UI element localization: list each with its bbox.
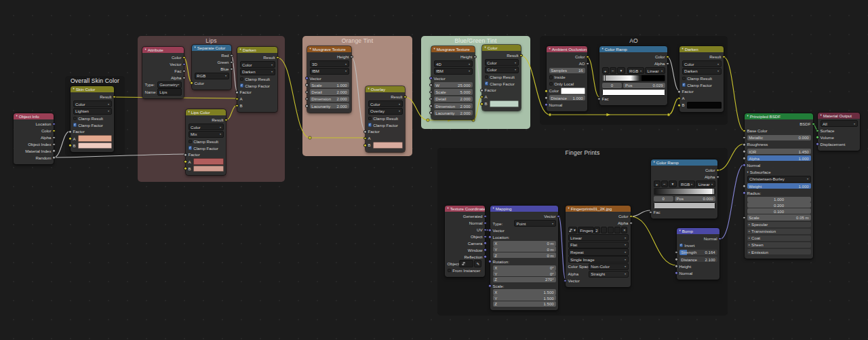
b-color-swatch[interactable] <box>78 143 112 149</box>
color-ramp-gradient[interactable] <box>602 75 665 82</box>
clamp-factor-checkbox[interactable]: ✓ <box>682 83 686 86</box>
image-browse-button[interactable]: ▾ <box>568 227 577 233</box>
node-skin-color-1[interactable]: ▾Skin ColorResultColor▾Lighten▾Clamp Res… <box>71 86 114 152</box>
base-color-socket[interactable] <box>743 129 746 132</box>
add-stop-button[interactable]: + <box>654 181 660 187</box>
ao-socket[interactable] <box>586 62 589 65</box>
result-socket[interactable] <box>519 54 523 58</box>
node-ambient-occlusion-10[interactable]: ▾Ambient OcclusionColorAOSamples16Inside… <box>547 46 587 111</box>
alpha-socket[interactable] <box>743 157 746 160</box>
node-object-info-0[interactable]: ▾Object InfoLocationColorAlphaObject Ind… <box>14 113 54 164</box>
node-header-lips-color-5[interactable]: ▾Lips Color <box>186 109 226 115</box>
detail-value-slider[interactable]: Detail2.000 <box>310 89 349 94</box>
chevron-down-icon[interactable]: ▾ <box>310 48 311 50</box>
samples-value-slider[interactable]: Samples16 <box>549 68 585 73</box>
height-socket[interactable] <box>473 56 477 59</box>
fac-socket[interactable] <box>597 97 601 100</box>
chevron-down-icon[interactable]: ▾ <box>434 48 435 50</box>
metallic-socket[interactable] <box>743 136 746 140</box>
metallic-value-slider[interactable]: Metallic0.000 <box>747 135 811 140</box>
node-header-separate-color-3[interactable]: ▾Separate Color <box>192 45 231 51</box>
fac-socket[interactable] <box>649 210 652 214</box>
object-index-socket[interactable] <box>52 143 56 146</box>
chevron-down-icon[interactable]: ▾ <box>654 161 655 164</box>
node-musgrave-texture-8[interactable]: ▾Musgrave TextureHeight4D▾fBM▾VectorW25.… <box>431 46 475 119</box>
ramp-stop-handle[interactable] <box>640 75 642 82</box>
weight-socket[interactable] <box>743 185 746 188</box>
node-bump-17[interactable]: ▾BumpNormal✓InvertStrength0.164Distance2… <box>677 228 719 280</box>
scale-value-slider[interactable]: Scale0.05 m <box>747 214 811 220</box>
stop-index-field[interactable]: 0 <box>602 83 623 88</box>
normal-socket[interactable] <box>675 271 678 275</box>
add-stop-button[interactable]: + <box>602 67 609 74</box>
roughness-socket[interactable] <box>743 143 746 147</box>
dimension-socket[interactable] <box>305 98 309 101</box>
ramp-stop-handle[interactable] <box>604 75 606 82</box>
collapsed-panel-emission[interactable]: ▸Emission <box>747 249 811 254</box>
alpha-socket[interactable] <box>182 76 186 79</box>
a-socket[interactable] <box>68 137 72 140</box>
clamp-result-checkbox[interactable] <box>368 117 372 120</box>
chevron-down-icon[interactable]: ▾ <box>189 111 190 113</box>
scale-socket[interactable] <box>488 284 492 288</box>
dropdown-repeat[interactable]: Repeat▾ <box>568 248 629 255</box>
a-socket[interactable] <box>480 96 484 99</box>
chevron-down-icon[interactable]: ▾ <box>821 114 822 117</box>
reflection-socket[interactable] <box>484 255 487 259</box>
a-socket[interactable] <box>184 160 187 164</box>
dropdown-darken[interactable]: Darken▾ <box>682 68 722 75</box>
normal-socket[interactable] <box>743 164 746 167</box>
only-local-checkbox[interactable] <box>549 82 553 86</box>
z-value-slider[interactable]: Z1.500 <box>493 301 556 307</box>
z-value-slider[interactable]: Z270° <box>493 277 556 282</box>
collapsed-panel-coat[interactable]: ▸Coat <box>747 235 811 241</box>
height-socket[interactable] <box>350 56 353 59</box>
alpha-socket[interactable] <box>629 221 633 225</box>
window-socket[interactable] <box>484 248 487 252</box>
node-header-bump-17[interactable]: ▾Bump <box>677 228 719 234</box>
node-color-9[interactable]: ▾ColorResultColor▾Color▾Clamp Result✓Cla… <box>482 45 521 111</box>
value-field[interactable]: 0.100 <box>747 208 811 214</box>
dropdown-color[interactable]: Color▾ <box>240 61 275 68</box>
dropdown-fbm[interactable]: fBM▾ <box>310 68 349 75</box>
result-socket[interactable] <box>403 96 407 99</box>
height-socket[interactable] <box>675 265 678 268</box>
unlink-image-button[interactable]: × <box>621 227 627 233</box>
material-index-socket[interactable] <box>52 149 56 153</box>
location-socket[interactable] <box>52 123 56 126</box>
strength-value-slider[interactable]: Strength0.164 <box>679 250 717 255</box>
random-socket[interactable] <box>52 156 56 159</box>
b-socket[interactable] <box>235 104 239 107</box>
dropdown-fbm[interactable]: fBM▾ <box>434 68 473 75</box>
stop-position-field[interactable]: Pos0.029 <box>623 83 665 88</box>
node-header-darken-4[interactable]: ▾Darken <box>237 47 277 53</box>
interpolation-dropdown[interactable]: Linear▾ <box>645 67 665 74</box>
value-field[interactable]: 0.200 <box>747 202 811 208</box>
node-header-object-info-0[interactable]: ▾Object Info <box>14 113 54 119</box>
clamp-factor-checkbox[interactable]: ✓ <box>189 146 192 149</box>
dropdown-all[interactable]: All▾ <box>821 120 858 127</box>
blue-socket[interactable] <box>230 67 233 71</box>
color-socket[interactable] <box>629 215 633 219</box>
clamp-factor-checkbox[interactable]: ✓ <box>485 81 488 85</box>
dropdown-straight[interactable]: Straight▾ <box>589 271 629 278</box>
result-socket[interactable] <box>224 119 228 122</box>
node-header-material-output-19[interactable]: ▾Material Output <box>818 113 860 119</box>
dropdown-point[interactable]: Point▾ <box>514 220 555 227</box>
node-attribute-2[interactable]: ▾AttributeColorVectorFacAlphaType:Geomet… <box>142 47 184 98</box>
dropdown-color[interactable]: Color▾ <box>682 60 722 67</box>
object-picker-field[interactable] <box>459 260 473 267</box>
red-socket[interactable] <box>230 54 233 58</box>
displacement-socket[interactable] <box>816 143 819 146</box>
b-color-swatch[interactable] <box>193 166 224 172</box>
y-value-slider[interactable]: Y1.500 <box>493 295 556 301</box>
clamp-factor-checkbox[interactable]: ✓ <box>368 123 372 126</box>
remove-stop-button[interactable]: − <box>661 181 668 187</box>
dropdown-darken[interactable]: Darken▾ <box>240 69 275 75</box>
a-socket[interactable] <box>363 137 367 140</box>
x-value-slider[interactable]: X0 m <box>493 241 556 246</box>
chevron-down-icon[interactable]: ▾ <box>73 88 75 90</box>
chevron-down-icon[interactable]: ▾ <box>493 207 494 210</box>
lacunarity-value-slider[interactable]: Lacunarity2.000 <box>310 103 349 109</box>
dimension-value-slider[interactable]: Dimension2.000 <box>310 96 349 102</box>
